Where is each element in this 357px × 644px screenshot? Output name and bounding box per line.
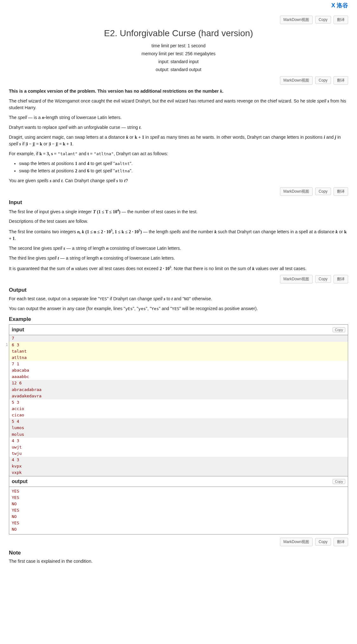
memory-limit: memory limit per test: 256 megabytes xyxy=(9,50,348,57)
list-item: swap the letters at positions 1 and 4 to… xyxy=(19,160,348,167)
translate-button[interactable]: 翻译 xyxy=(334,76,348,85)
statement-p2: The spell — is a n-length string of lowe… xyxy=(9,114,348,121)
input-p3: The first line contains two integers n, … xyxy=(9,228,348,242)
copy-button[interactable]: Copy xyxy=(315,188,331,195)
example-section-title: Example xyxy=(9,315,348,323)
io-line: 7 xyxy=(9,335,348,342)
io-line: accio xyxy=(9,406,348,412)
io-line: 5 3 xyxy=(9,399,348,406)
markdown-view-button[interactable]: MarkDown视图 xyxy=(280,187,313,196)
output-p2: You can output the answer in any case (f… xyxy=(9,305,348,312)
toolbar-note: MarkDown视图 Copy 翻译 xyxy=(9,538,348,546)
io-line: atltna xyxy=(9,355,348,361)
example-input-label: input xyxy=(12,326,24,334)
input-section-title: Input xyxy=(9,198,348,207)
note-p1: The first case is explained in the condi… xyxy=(9,558,348,565)
io-line: vxpk xyxy=(9,469,348,476)
translate-button[interactable]: 翻译 xyxy=(334,538,348,546)
copy-button[interactable]: Copy xyxy=(315,275,331,283)
copy-button[interactable]: Copy xyxy=(315,16,331,23)
io-line: 6 31 xyxy=(9,342,348,348)
example-output-content: YES YES NO YES NO YES NO xyxy=(9,487,348,534)
input-type: input: standard input xyxy=(9,58,348,65)
statement-p6: You are given spells s and t. Can Drahyr… xyxy=(9,177,348,184)
input-p4: The second line gives spell s — a string… xyxy=(9,245,348,252)
translate-button[interactable]: 翻译 xyxy=(334,16,348,24)
translate-button[interactable]: 翻译 xyxy=(334,187,348,196)
statement-p4: Dragirt, using ancient magic, can swap l… xyxy=(9,134,348,147)
markdown-view-button[interactable]: MarkDown视图 xyxy=(280,275,313,283)
copy-output-button[interactable]: Copy xyxy=(333,479,345,484)
example-output-label: output xyxy=(12,478,28,485)
output-p1: For each test case, output on a separate… xyxy=(9,295,348,302)
io-line: molus xyxy=(9,431,348,438)
problem-title: E2. Unforgivable Curse (hard version) xyxy=(9,27,348,40)
input-p2: Descriptions of the test cases are follo… xyxy=(9,218,348,225)
io-line: lumos xyxy=(9,425,348,431)
io-line: avadakedavra xyxy=(9,393,348,399)
translate-button[interactable]: 翻译 xyxy=(334,275,348,283)
markdown-view-button[interactable]: MarkDown视图 xyxy=(280,538,313,546)
input-p6: It is guaranteed that the sum of n value… xyxy=(9,265,348,272)
output-section-title: Output xyxy=(9,286,348,294)
copy-button[interactable]: Copy xyxy=(315,538,331,546)
note-section-title: Note xyxy=(9,549,348,557)
input-p1: The first line of input gives a single i… xyxy=(9,208,348,215)
list-item: swap the letters at positions 2 and 6 to… xyxy=(19,168,348,174)
statement-p1: The chief wizard of the Wizengamot once … xyxy=(9,98,348,111)
time-limit: time limit per test: 1 second xyxy=(9,43,348,49)
statement-p3: Drahyrt wants to replace spell with an u… xyxy=(9,124,348,131)
statement-intro: This is a complex version of the problem… xyxy=(9,88,348,95)
io-line: 12 6 xyxy=(9,380,348,386)
copy-input-button[interactable]: Copy xyxy=(333,327,345,332)
toolbar-input: MarkDown视图 Copy 翻译 xyxy=(9,187,348,196)
example-input-content: 76 31talantatltna7 1abacabaaaaabbc12 6ab… xyxy=(9,335,348,476)
io-line: abracadabraa xyxy=(9,387,348,393)
markdown-view-button[interactable]: MarkDown视图 xyxy=(280,76,313,85)
io-line: uwjt xyxy=(9,444,348,450)
io-line: 5 4 xyxy=(9,418,348,425)
statement-list: swap the letters at positions 1 and 4 to… xyxy=(9,160,348,174)
toolbar-statement: MarkDown视图 Copy 翻译 xyxy=(9,76,348,85)
statement-p5: For example, if k = 3, s = "talant" and … xyxy=(9,150,348,157)
copy-button[interactable]: Copy xyxy=(315,76,331,84)
io-line: 4 3 xyxy=(9,457,348,463)
markdown-view-button[interactable]: MarkDown视图 xyxy=(280,16,313,24)
branding-link[interactable]: X 洛谷 xyxy=(9,0,348,12)
example-input-box: input Copy 76 31talantatltna7 1abacabaaa… xyxy=(9,324,348,534)
io-line: abacaba xyxy=(9,367,348,374)
io-line: 7 1 xyxy=(9,361,348,367)
toolbar-header: MarkDown视图 Copy 翻译 xyxy=(9,16,348,24)
io-line: 4 3 xyxy=(9,438,348,444)
input-p5: The third line gives spell t — a string … xyxy=(9,255,348,262)
io-line: cicao xyxy=(9,412,348,418)
output-type: output: standard output xyxy=(9,66,348,73)
io-line: twju xyxy=(9,450,348,457)
io-line: kvpx xyxy=(9,463,348,469)
io-line: talant xyxy=(9,348,348,355)
io-line: aaaabbc xyxy=(9,374,348,380)
toolbar-output: MarkDown视图 Copy 翻译 xyxy=(9,275,348,283)
